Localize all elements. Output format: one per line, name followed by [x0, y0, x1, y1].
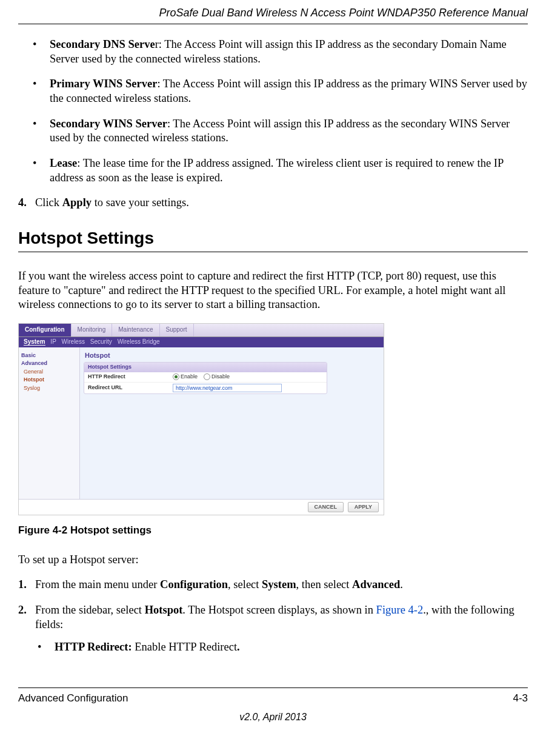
footer-page-number: 4-3 [513, 692, 528, 705]
panel-header: Hotspot Settings [84, 363, 327, 373]
input-redirect-url[interactable] [173, 384, 282, 392]
sidebar-advanced[interactable]: Advanced [21, 360, 77, 367]
sidebar-general[interactable]: General [24, 369, 77, 376]
subnav-ip[interactable]: IP [50, 338, 56, 345]
label-redirect-url: Redirect URL [88, 384, 173, 392]
footer-version: v2.0, April 2013 [18, 711, 528, 723]
bullet-desc: : The lease time for the IP address assi… [50, 157, 504, 184]
step-number: 2. [18, 603, 35, 666]
panel-page-title: Hotspot [85, 351, 380, 360]
step-1: 1. From the main menu under Configuratio… [18, 578, 528, 592]
apply-button[interactable]: APPLY [348, 502, 379, 513]
radio-disable-label: Disable [211, 373, 230, 381]
b: System [262, 578, 296, 590]
b: Configuration [160, 578, 228, 590]
tab-configuration[interactable]: Configuration [19, 324, 72, 336]
sidebar: Basic Advanced General Hotspot Syslog [19, 347, 80, 499]
footer-left: Advanced Configuration [18, 692, 128, 705]
sidebar-syslog[interactable]: Syslog [24, 385, 77, 392]
subnav-wireless[interactable]: Wireless [62, 338, 85, 345]
t: . The Hotspot screen displays, as shown … [182, 604, 376, 616]
sub-nav: System IP Wireless Security Wireless Bri… [19, 337, 384, 347]
sub-bullet-http-redirect: HTTP Redirect: Enable HTTP Redirect. [38, 640, 528, 655]
tab-monitoring[interactable]: Monitoring [72, 324, 113, 336]
top-tabs: Configuration Monitoring Maintenance Sup… [19, 324, 384, 337]
bullet-item: Lease: The lease time for the IP address… [33, 156, 528, 185]
main-panel-area: Hotspot Hotspot Settings HTTP Redirect E… [80, 347, 384, 499]
tab-maintenance[interactable]: Maintenance [112, 324, 159, 336]
step-number: 4. [18, 196, 35, 210]
subnav-wireless-bridge[interactable]: Wireless Bridge [118, 338, 160, 345]
step-body: From the sidebar, select Hotspot. The Ho… [35, 603, 528, 666]
section-heading-hotspot: Hotspot Settings [18, 227, 528, 252]
step-body: From the main menu under Configuration, … [35, 578, 528, 592]
panel-footer: CANCEL APPLY [19, 499, 384, 515]
step-text-bold: Apply [62, 196, 92, 209]
b: Hotspot [145, 604, 183, 616]
t: Enable HTTP Redirect [135, 641, 237, 653]
bullet-item: Secondary DNS Server: The Access Point w… [33, 38, 528, 66]
bullet-item: Secondary WINS Server: The Access Point … [33, 117, 528, 146]
t: . [400, 578, 403, 590]
b: . [237, 641, 240, 653]
intro-paragraph: If you want the wireless access point to… [18, 269, 528, 312]
step-4: 4. Click Apply to save your settings. [18, 196, 528, 210]
hotspot-screenshot: Configuration Monitoring Maintenance Sup… [18, 323, 384, 515]
step-text-pre: Click [35, 196, 62, 209]
doc-header-title: ProSafe Dual Band Wireless N Access Poin… [18, 0, 528, 24]
bullet-list-top: Secondary DNS Server: The Access Point w… [33, 38, 528, 185]
t: , select [228, 578, 262, 590]
bullet-item: Primary WINS Server: The Access Point wi… [33, 77, 528, 105]
radio-enable[interactable] [173, 373, 179, 380]
radio-disable[interactable] [204, 373, 210, 380]
subnav-system[interactable]: System [24, 338, 45, 346]
t: , then select [296, 578, 352, 590]
bullet-bold: Lease [50, 157, 77, 169]
figure-link[interactable]: Figure 4-2 [376, 604, 424, 616]
figure-caption: Figure 4-2 Hotspot settings [18, 524, 528, 537]
radio-enable-label: Enable [181, 373, 198, 381]
tab-support[interactable]: Support [160, 324, 194, 336]
bullet-bold: Secondary WINS Server [50, 118, 167, 130]
setup-intro: To set up a Hotspot server: [18, 553, 528, 567]
sidebar-hotspot[interactable]: Hotspot [24, 376, 77, 384]
step-text-post: to save your settings. [92, 196, 189, 209]
bullet-bold: Secondary DNS Serve [50, 38, 155, 50]
b: Advanced [352, 578, 400, 590]
step-number: 1. [18, 578, 35, 592]
step-2: 2. From the sidebar, select Hotspot. The… [18, 603, 528, 666]
page-footer: Advanced Configuration 4-3 [18, 687, 528, 705]
bullet-bold: Primary WINS Server [50, 78, 157, 90]
b: HTTP Redirect: [55, 641, 135, 653]
cancel-button[interactable]: CANCEL [308, 502, 344, 513]
t: From the sidebar, select [35, 604, 145, 616]
t: From the main menu under [35, 578, 160, 590]
sidebar-basic[interactable]: Basic [21, 352, 77, 360]
label-http-redirect: HTTP Redirect [88, 373, 173, 381]
hotspot-settings-panel: Hotspot Settings HTTP Redirect Enable Di… [84, 362, 327, 394]
row-redirect-url: Redirect URL [84, 383, 327, 393]
step-body: Click Apply to save your settings. [35, 196, 528, 210]
subnav-security[interactable]: Security [90, 338, 112, 345]
row-http-redirect: HTTP Redirect Enable Disable [84, 372, 327, 383]
